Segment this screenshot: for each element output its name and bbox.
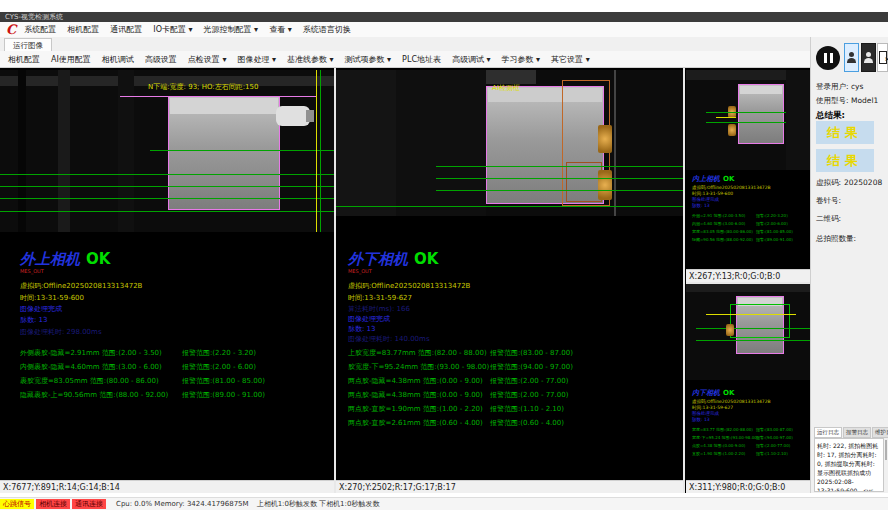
virtual-code-line: 虚拟码:Offline2025020813313472B (348, 281, 470, 291)
menu-item-language-switch[interactable]: 系统语言切换 (303, 24, 351, 35)
menu-item-view[interactable]: 查看 ▾ (269, 24, 292, 35)
alarm-range: 报警:(2.00-6.00) (756, 221, 788, 226)
measurement-value: 内侧裹胶-隐藏=4.60mm 范围:(3.00 - 6.00) (20, 363, 162, 371)
user-icon (847, 52, 856, 63)
toolbar-camera-debug[interactable]: 相机调试 (102, 54, 134, 65)
alarm-range: 报警:(81.00-85.00) (756, 229, 793, 234)
toolbar-plc-address[interactable]: PLC地址表 (402, 54, 441, 65)
toolbar-advanced-settings[interactable]: 高级设置 (145, 54, 177, 65)
measurement-value: 两点胶-隐藏=4.38mm 范围:(0.00 - 9.00) (348, 391, 483, 399)
log-tab-maintain[interactable]: 维护日志 (872, 427, 888, 438)
model-label: 使用型号: (816, 96, 849, 106)
camera-footer-left: X:7677;Y:891;R:14;G:14;B:14 (0, 480, 334, 493)
algorithm-time-line: 算法耗时(ms): 166 (348, 304, 410, 314)
cpu-memory-info: Cpu: 0.0% Memory: 3424.41796875M (116, 500, 249, 508)
measurement-row: 宽度=83.05 范围:(80.00-86.00) (692, 229, 753, 234)
camera-name: 内下相机 (692, 389, 720, 397)
overlay-yellow-line (716, 117, 736, 118)
login-user-label: 登录用户: (816, 82, 849, 92)
log-tabs: 运行日志 报警日志 维护日志 (814, 427, 888, 438)
elapsed-line: 图像处理耗时: 298.00ms (20, 327, 102, 337)
exit-button[interactable]: ➤ (877, 43, 888, 72)
overlay-green-line (0, 198, 334, 199)
toolbar-baseline-params[interactable]: 基准线参数 ▾ (287, 54, 334, 65)
overlay-green-line (0, 174, 334, 175)
exit-door-icon: ➤ (879, 51, 887, 64)
measurement-value: 两点胶-直胶=2.61mm 范围:(0.60 - 4.00) (348, 419, 483, 427)
qr-code-label: 二维码: (816, 214, 841, 224)
camera-image-middle[interactable]: AI检测框 (336, 70, 683, 216)
alarm-range: 报警:(2.20-3.20) (756, 213, 788, 218)
connector-tip (306, 110, 314, 122)
gold-contact (598, 125, 612, 153)
alarm-range: 报警范围:(2.20 - 3.20) (182, 348, 256, 358)
machine-edge (614, 70, 616, 216)
camera-image-small-2[interactable] (686, 284, 810, 380)
log-scrollbar[interactable] (885, 440, 887, 460)
toolbar-other-settings[interactable]: 其它设置 ▾ (551, 54, 590, 65)
alarm-range: 报警范围:(1.10 - 2.10) (490, 404, 564, 414)
pane-divider (683, 68, 685, 493)
exit-arrow-icon: ➤ (884, 56, 888, 62)
menu-item-system-config[interactable]: 系统配置 (24, 24, 56, 35)
user-button[interactable] (844, 43, 859, 72)
camera-trigger-info: 上相机1:0秒触发数 下相机1:0秒触发数 (257, 499, 380, 509)
menu-item-comm-config[interactable]: 通讯配置 (110, 24, 142, 35)
result-badge-1: 结果 (816, 121, 874, 144)
tab-run-image[interactable]: 运行图像 (4, 38, 52, 52)
overlay-yellow-line (316, 70, 317, 232)
toolbar-advanced-debug[interactable]: 高级调试 ▾ (452, 54, 491, 65)
measurement-row: 外侧=2.91 范围:(2.00-3.50) (692, 213, 745, 218)
time-line: 时间:13-31-59-627 (348, 293, 412, 303)
pulse-count-line: 脉数: 13 (692, 417, 710, 422)
camera-title-small-1: 内上相机OK (692, 174, 734, 184)
toolbar-spot-check[interactable]: 点检设置 ▾ (188, 54, 227, 65)
part-highlight (170, 98, 278, 114)
camera-image-small-1[interactable] (686, 70, 810, 170)
comm-connection-badge: 通讯连接 (72, 499, 106, 509)
camera-footer-small-2: X:311;Y:980;R:0;G:0;B:0 (686, 480, 810, 493)
alarm-range: 报警:(2.00-77.00) (756, 443, 790, 448)
toolbar-test-params[interactable]: 测试项参数 ▾ (345, 54, 392, 65)
measurement-value: 外侧裹胶-隐藏=2.91mm 范围:(2.00 - 3.50) (20, 349, 162, 357)
measurement-value: 两点胶-隐藏=4.38mm 范围:(0.00 - 9.00) (348, 377, 483, 385)
menu-item-light-config[interactable]: 光源控制配置 ▾ (204, 24, 259, 35)
camera-image-left[interactable]: N下端:宽度: 93; HO:左右间距:150 (0, 70, 334, 232)
elapsed-line: 图像处理耗时: 140.00ms (348, 334, 430, 344)
measurement-row: 两点胶-隐藏=4.38mm 范围:(0.00 - 9.00) (348, 390, 483, 400)
alarm-range: 报警范围:(83.00 - 87.00) (490, 348, 573, 358)
model-value: Model1 (851, 96, 878, 105)
overlay-green-rect (730, 304, 790, 338)
result-ok-badge: OK (86, 250, 110, 268)
log-tab-run[interactable]: 运行日志 (814, 427, 842, 438)
operator-button[interactable] (861, 43, 876, 72)
right-control-panel: ➤ 登录用户: cys 使用型号: Model1 总结果: 结果 结果 虚拟码:… (810, 37, 888, 493)
machine-structure (58, 70, 70, 232)
toolbar-camera-config[interactable]: 相机配置 (8, 54, 40, 65)
measurement-value: 两点胶-直胶=1.90mm 范围:(1.00 - 2.20) (348, 405, 483, 413)
overlay-green-vline (320, 70, 321, 232)
camera-footer-small-1: X:267;Y:13;R:0;G:0;B:0 (686, 269, 810, 282)
alarm-range: 报警:(83.00-87.00) (756, 427, 793, 432)
pause-button[interactable] (815, 44, 841, 71)
process-done-line: 图像处理完成 (692, 411, 719, 416)
measurement-value: 胶宽度-下=95.24mm 范围:(93.00 - 98.00) (348, 363, 489, 371)
overlay-green-line (0, 211, 334, 212)
menu-item-io-config[interactable]: IO卡配置 ▾ (153, 24, 192, 35)
measurement-row: 裹胶宽度=83.05mm 范围:(80.00 - 86.00) (20, 376, 159, 386)
log-tab-alarm[interactable]: 报警日志 (843, 427, 871, 438)
toolbar-ai-config[interactable]: AI使用配置 (51, 54, 91, 65)
log-content[interactable]: 耗时: 222, 抓拍检图耗时: 17, 抓拍分离耗时: 0, 抓拍提取分离耗时… (814, 438, 884, 492)
alarm-range: 报警范围:(0.60 - 4.00) (490, 418, 564, 428)
menu-item-camera-config[interactable]: 相机配置 (67, 24, 99, 35)
login-user-value: cys (851, 82, 863, 91)
overlay-green-line (696, 340, 810, 341)
toolbar-image-processing[interactable]: 图像处理 ▾ (237, 54, 276, 65)
measurement-row: 隐藏=90.56 范围:(88.00-92.00) (692, 237, 753, 242)
camera-name: 内上相机 (692, 175, 720, 183)
toolbar-learning-params[interactable]: 学习参数 ▾ (502, 54, 541, 65)
measurement-row: 外侧裹胶-隐藏=2.91mm 范围:(2.00 - 3.50) (20, 348, 162, 358)
process-done-line: 图像处理完成 (20, 304, 62, 314)
pulse-count-line: 脉数: 13 (692, 203, 710, 208)
alarm-range: 报警范围:(94.00 - 97.00) (490, 362, 573, 372)
